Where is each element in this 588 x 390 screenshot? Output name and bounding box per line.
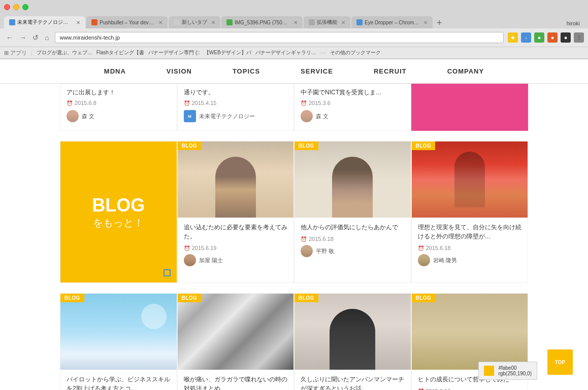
address-bar[interactable]: www.miraidenshi-tech.jp: [55, 32, 504, 43]
cloud: [141, 304, 167, 329]
blog-card-1[interactable]: BLOG 追い込むために必要な要素を考えてみた。 ⏰ 2015.6.19 加屋 …: [177, 141, 295, 283]
browser-user: hiroki: [563, 18, 584, 28]
bottom-card-2[interactable]: BLOG 喉が痛い、ガラガラで喋れないの時の対処法まとめ ⏰ 2015.6.17: [177, 293, 295, 390]
top-card-1[interactable]: アに出展します！ ⏰ 2015.6.8 森 文: [60, 84, 177, 131]
blog-card-content-1: 追い込むために必要な要素を考えてみた。 ⏰ 2015.6.19 加屋 陽士: [178, 218, 294, 272]
bottom-label-1: BLOG: [60, 294, 84, 302]
nav-item-recruit[interactable]: RECRUIT: [353, 59, 427, 83]
bottom-title-3: 久しぶりに聞いたアンパンマンマーチが深すぎるというお話。: [301, 375, 405, 390]
tab-5[interactable]: 拡張機能 ✕: [304, 16, 350, 28]
nav-item-mdna[interactable]: MDNA: [84, 59, 146, 83]
bookmark-item-1[interactable]: プログが選ぶ、ウェブ…: [37, 49, 92, 56]
bottom-image-4: [412, 294, 528, 370]
color-picker-values: #fabe00 rgb(250,190,0): [498, 365, 532, 376]
card-date-3: ⏰ 2015.3.6: [301, 100, 405, 106]
tab-2[interactable]: Pushbullet – Your device... ✕: [86, 16, 168, 28]
bookmark-item-5[interactable]: バナーデザインギャラリ…: [255, 49, 316, 56]
card-text-1: アに出展します！: [67, 88, 171, 97]
blog-card-content-2: 他人からの評価気にしたらあかんで ⏰ 2015.6.18 平野 敬: [295, 218, 411, 263]
blog-label-2: BLOG: [295, 141, 318, 150]
bottom-card-3[interactable]: BLOG 久しぶりに聞いたアンパンマンマーチが深すぎるというお話。 ⏰ 2015…: [294, 293, 411, 390]
bookmark-item-3[interactable]: バナーデザイン専門 (::: [148, 49, 200, 56]
color-rgb: rgb(250,190,0): [498, 371, 532, 376]
blue-square-icon: [164, 269, 171, 276]
more-tools-button[interactable]: ⋮: [574, 32, 584, 43]
author-avatar-2: [301, 245, 313, 257]
top-card-2[interactable]: 通りです。 ⏰ 2015.4.15 M 未来電子テクノロジー: [177, 84, 295, 131]
home-button[interactable]: ⌂: [43, 32, 51, 43]
clock-icon: ⏰: [67, 100, 73, 106]
tab-favicon: [309, 19, 315, 25]
maximize-button[interactable]: [22, 4, 28, 10]
tab-6[interactable]: Eye Dropper – Chrome... ✕: [351, 16, 433, 28]
bookmark-icon[interactable]: ★: [508, 32, 518, 43]
avatar-3: [301, 110, 313, 122]
clock-icon-3: ⏰: [301, 100, 307, 106]
tab-favicon: [226, 19, 233, 25]
blog-image-1: [178, 141, 294, 218]
bookmark-item-other[interactable]: その他のブックマーク: [330, 49, 381, 56]
tab-close-icon[interactable]: ✕: [211, 20, 215, 25]
pink-block: [411, 84, 529, 131]
avatar-1: [67, 110, 79, 122]
reload-button[interactable]: ↺: [30, 32, 41, 43]
blog-image-3: [412, 141, 528, 218]
clock-icon-b3: ⏰: [418, 245, 424, 251]
blog-small-text: をもっと！: [92, 216, 145, 230]
tab-4[interactable]: IMG_5396.PNG (750×13... ✕: [221, 16, 303, 28]
tab-close-icon[interactable]: ✕: [76, 20, 80, 25]
new-tab-button[interactable]: +: [434, 18, 445, 28]
extension-icon-2[interactable]: ●: [547, 32, 558, 43]
close-button[interactable]: [4, 4, 10, 10]
card-text-2: 通りです。: [184, 88, 288, 97]
extension-icon-3[interactable]: ●: [561, 32, 571, 43]
tab-1[interactable]: 未来電子テクノロジー：Mi... ✕: [4, 16, 85, 28]
tab-close-icon[interactable]: ✕: [293, 20, 298, 25]
tab-label: 新しいタブ: [182, 19, 207, 26]
clock-icon-b1: ⏰: [184, 245, 190, 251]
tab-close-icon[interactable]: ✕: [423, 20, 428, 25]
nav-item-topics[interactable]: TOPICS: [212, 59, 280, 83]
bookmark-item-2[interactable]: Flashタイピング【書: [96, 49, 144, 56]
bookmarks-bar: ⊞ アプリ | プログが選ぶ、ウェブ… Flashタイピング【書 バナーデザイン…: [0, 47, 588, 59]
blog-card-3[interactable]: BLOG 理想と現実を見て、自分に矢を向け続けると外の理想の障壁が… ⏰ 201…: [411, 141, 529, 283]
forward-button[interactable]: →: [17, 32, 28, 43]
bottom-date-4: ⏰ 2015.6.16: [418, 388, 522, 390]
bookmark-item-4[interactable]: 【WEBデザイン】バ: [204, 49, 251, 56]
avatar-2: M: [184, 110, 196, 122]
tab-close-icon[interactable]: ✕: [158, 20, 162, 25]
website: MDNA VISION TOPICS SERVICE RECRUIT COMPA…: [0, 59, 588, 390]
nav-buttons: ← → ↺ ⌂: [4, 32, 51, 43]
bottom-label-4: BLOG: [412, 294, 436, 302]
bottom-image-2: [178, 294, 294, 370]
bottom-card-1[interactable]: BLOG パイロットから学ぶ、ビジネススキルを2割上げる考え方とコ… ⏰ 201…: [60, 293, 177, 390]
apps-icon[interactable]: ⊞ アプリ: [4, 49, 27, 57]
blog-grid: BLOG をもっと！ BLOG 追い込むために必要な要素を考えてみた。 ⏰ 20…: [60, 141, 528, 283]
nav-item-company[interactable]: COMPANY: [427, 59, 504, 83]
extension-icon-1[interactable]: ●: [534, 32, 544, 43]
blog-label-3: BLOG: [412, 141, 436, 150]
bottom-label-2: BLOG: [178, 294, 202, 302]
nav-item-vision[interactable]: VISION: [146, 59, 212, 83]
tab-favicon: [91, 19, 97, 25]
tab-close-icon[interactable]: ✕: [341, 20, 345, 25]
tab-label: 拡張機能: [317, 19, 337, 26]
top-button[interactable]: TOP: [547, 349, 573, 375]
color-picker: #fabe00 rgb(250,190,0): [478, 362, 537, 380]
back-button[interactable]: ←: [4, 32, 15, 43]
minimize-button[interactable]: [13, 4, 19, 10]
main-content: アに出展します！ ⏰ 2015.6.8 森 文 通りです。 ⏰ 2015.4.1…: [0, 84, 588, 390]
blog-date-3: ⏰ 2015.6.18: [418, 245, 522, 251]
tab-3[interactable]: 新しいタブ ✕: [169, 16, 220, 28]
blog-title-3: 理想と現実を見て、自分に矢を向け続けると外の理想の障壁が…: [418, 223, 522, 241]
blog-image-2: [295, 141, 411, 218]
bottom-title-1: パイロットから学ぶ、ビジネススキルを2割上げる考え方とコ…: [67, 375, 171, 390]
download-icon[interactable]: ↓: [521, 32, 531, 43]
blog-card-2[interactable]: BLOG 他人からの評価気にしたらあかんで ⏰ 2015.6.18 平野 敬: [294, 141, 411, 283]
site-navigation: MDNA VISION TOPICS SERVICE RECRUIT COMPA…: [0, 59, 588, 84]
blog-featured-card[interactable]: BLOG をもっと！: [60, 141, 177, 283]
nav-item-service[interactable]: SERVICE: [280, 59, 353, 83]
traffic-lights: [4, 4, 28, 10]
browser-addressbar: ← → ↺ ⌂ www.miraidenshi-tech.jp ★ ↓ ● ● …: [0, 28, 588, 47]
top-card-3[interactable]: 中子園でNICT賞を受賞しま… ⏰ 2015.3.6 森 文: [294, 84, 411, 131]
